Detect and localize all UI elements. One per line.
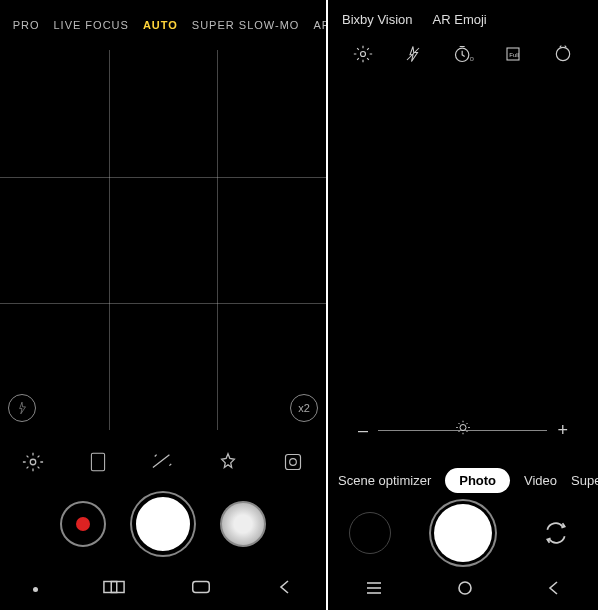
aspect-icon[interactable]: Full: [504, 45, 522, 67]
svg-rect-6: [193, 582, 210, 593]
brightness-slider[interactable]: – +: [358, 418, 568, 442]
settings-icon[interactable]: [353, 44, 373, 68]
mode-video[interactable]: Video: [524, 473, 557, 488]
mode-super-slowmo[interactable]: SUPER SLOW-MO: [192, 19, 300, 31]
grid-line: [109, 50, 110, 430]
svg-point-14: [460, 425, 466, 431]
svg-rect-1: [91, 453, 104, 471]
mode-pro[interactable]: PRO: [13, 19, 40, 31]
navigation-bar: [0, 568, 326, 610]
mode-auto[interactable]: AUTO: [143, 19, 178, 31]
nav-recents-button[interactable]: [364, 580, 384, 600]
grid-line: [217, 50, 218, 430]
svg-rect-4: [104, 582, 117, 593]
gallery-thumbnail[interactable]: [220, 501, 266, 547]
svg-rect-2: [286, 455, 301, 470]
tab-bixby-vision[interactable]: Bixby Vision: [342, 12, 413, 27]
mode-super-slowmo[interactable]: Supe: [571, 473, 598, 488]
svg-point-13: [556, 47, 569, 60]
mode-ar-emoji[interactable]: AR EM: [313, 19, 326, 31]
svg-rect-5: [111, 582, 124, 593]
grid-line: [0, 177, 326, 178]
sticker-icon[interactable]: [279, 448, 307, 476]
minus-icon[interactable]: –: [358, 420, 368, 441]
aspect-icon[interactable]: [84, 448, 112, 476]
nav-assistant-icon[interactable]: [33, 587, 38, 592]
svg-point-18: [459, 582, 471, 594]
mode-strip[interactable]: Scene optimizer Photo Video Supe: [328, 460, 598, 500]
switch-camera-button[interactable]: [535, 512, 577, 554]
gallery-thumbnail[interactable]: [349, 512, 391, 554]
record-dot-icon: [76, 517, 90, 531]
nav-back-button[interactable]: [277, 579, 293, 599]
top-tabs: Bixby Vision AR Emoji: [328, 0, 598, 38]
effect-icon[interactable]: [553, 44, 573, 68]
mode-live-focus[interactable]: LIVE FOCUS: [53, 19, 128, 31]
mode-photo[interactable]: Photo: [445, 468, 510, 493]
navigation-bar: [328, 570, 598, 610]
bulb-icon[interactable]: [454, 419, 472, 442]
slider-track[interactable]: [378, 430, 547, 431]
camera-screen-new: Bixby Vision AR Emoji OFF Full – + Scene…: [328, 0, 598, 610]
timer-icon[interactable]: OFF: [452, 44, 474, 68]
tab-ar-emoji[interactable]: AR Emoji: [433, 12, 487, 27]
svg-point-0: [30, 459, 36, 465]
grid-line: [0, 303, 326, 304]
quick-settings-row: [0, 444, 326, 480]
quick-settings-row: OFF Full: [328, 38, 598, 74]
settings-icon[interactable]: [19, 448, 47, 476]
shutter-row: [328, 500, 598, 566]
nav-back-button[interactable]: [546, 580, 562, 600]
beauty-icon[interactable]: [214, 448, 242, 476]
flash-icon[interactable]: [8, 394, 36, 422]
camera-screen-old: MA PRO LIVE FOCUS AUTO SUPER SLOW-MO AR …: [0, 0, 326, 610]
nav-home-button[interactable]: [456, 579, 474, 601]
plus-icon[interactable]: +: [557, 420, 568, 441]
svg-text:Full: Full: [510, 52, 520, 58]
svg-point-3: [290, 459, 297, 466]
effects-icon[interactable]: [149, 448, 177, 476]
flash-icon[interactable]: [404, 44, 422, 68]
mode-strip[interactable]: MA PRO LIVE FOCUS AUTO SUPER SLOW-MO AR …: [0, 0, 326, 50]
zoom-badge[interactable]: x2: [290, 394, 318, 422]
svg-point-7: [361, 52, 366, 57]
record-button[interactable]: [60, 501, 106, 547]
viewfinder[interactable]: x2: [0, 50, 326, 430]
shutter-button[interactable]: [132, 493, 194, 555]
shutter-button[interactable]: [434, 504, 492, 562]
shutter-row: [0, 488, 326, 560]
nav-home-button[interactable]: [190, 579, 212, 599]
nav-recents-button[interactable]: [103, 579, 125, 599]
svg-text:OFF: OFF: [470, 56, 474, 62]
mode-scene-optimizer[interactable]: Scene optimizer: [338, 473, 431, 488]
